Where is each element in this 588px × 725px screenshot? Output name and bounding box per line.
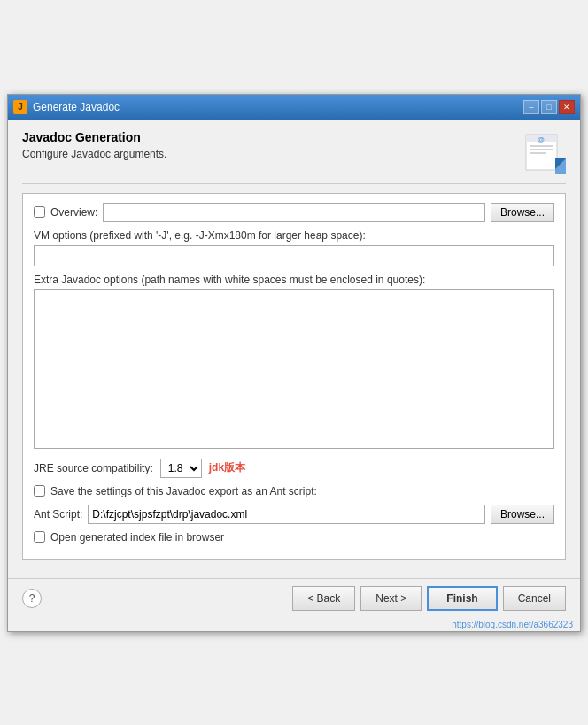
cancel-button[interactable]: Cancel [503, 586, 566, 611]
save-settings-label: Save the settings of this Javadoc export… [50, 485, 317, 497]
ant-script-label: Ant Script: [34, 508, 82, 521]
bottom-bar: ? < Back Next > Finish Cancel [8, 578, 580, 618]
window-icon: J [13, 100, 27, 114]
save-settings-checkbox[interactable] [34, 485, 45, 497]
title-bar: J Generate Javadoc – □ ✕ [8, 95, 580, 120]
save-settings-row: Save the settings of this Javadoc export… [34, 485, 554, 497]
dialog-title: Javadoc Generation [22, 130, 166, 144]
maximize-button[interactable]: □ [541, 100, 557, 114]
header-text: Javadoc Generation Configure Javadoc arg… [22, 130, 166, 160]
dialog-subtitle: Configure Javadoc arguments. [22, 148, 166, 160]
main-window: J Generate Javadoc – □ ✕ Javadoc Generat… [7, 94, 581, 632]
jre-version-select[interactable]: 1.8 11 17 [160, 459, 202, 478]
extra-options-label: Extra Javadoc options (path names with w… [34, 274, 554, 286]
navigation-buttons: < Back Next > Finish Cancel [292, 586, 566, 611]
close-button[interactable]: ✕ [559, 100, 575, 114]
finish-button[interactable]: Finish [427, 586, 497, 611]
title-bar-left: J Generate Javadoc [13, 100, 120, 114]
browse-overview-button[interactable]: Browse... [491, 203, 554, 222]
jre-label: JRE source compatibility: [34, 462, 153, 474]
vm-options-input[interactable] [34, 245, 554, 266]
open-index-checkbox[interactable] [34, 531, 45, 543]
jdk-note: jdk版本 [209, 460, 245, 475]
minimize-button[interactable]: – [523, 100, 539, 114]
overview-row: Overview: Browse... [34, 203, 554, 222]
overview-input[interactable] [103, 203, 485, 222]
svg-text:@: @ [538, 135, 545, 143]
header-section: Javadoc Generation Configure Javadoc arg… [22, 130, 566, 184]
vm-options-label: VM options (prefixed with '-J', e.g. -J-… [34, 229, 554, 242]
window-title: Generate Javadoc [33, 101, 120, 113]
title-bar-controls: – □ ✕ [523, 100, 575, 114]
open-index-label: Open generated index file in browser [50, 531, 224, 544]
overview-label: Overview: [50, 206, 97, 219]
extra-options-textarea[interactable] [34, 289, 554, 449]
ant-script-row: Ant Script: Browse... [34, 505, 554, 524]
watermark: https://blog.csdn.net/a3662323 [8, 618, 580, 631]
open-index-row: Open generated index file in browser [34, 531, 554, 544]
form-section: Overview: Browse... VM options (prefixed… [22, 193, 566, 560]
ant-script-input[interactable] [88, 505, 485, 524]
jre-row: JRE source compatibility: 1.8 11 17 jdk版… [34, 459, 554, 478]
next-button[interactable]: Next > [360, 586, 422, 611]
back-button[interactable]: < Back [292, 586, 355, 611]
overview-checkbox[interactable] [34, 206, 45, 218]
javadoc-icon: @ [522, 130, 566, 174]
help-button[interactable]: ? [22, 589, 42, 608]
extra-options-wrapper [34, 289, 554, 451]
browse-ant-button[interactable]: Browse... [491, 505, 554, 524]
dialog-content: Javadoc Generation Configure Javadoc arg… [8, 120, 580, 578]
